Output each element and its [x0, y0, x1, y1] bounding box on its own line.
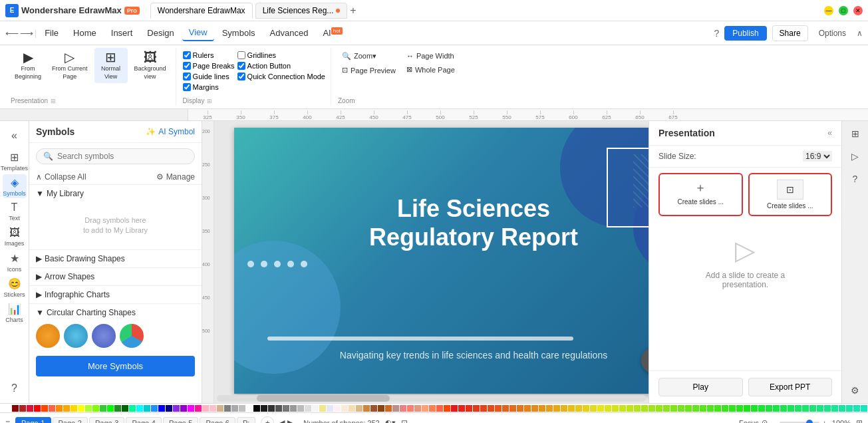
- add-page-button[interactable]: +: [261, 416, 274, 424]
- color-swatch-19[interactable]: [151, 405, 158, 412]
- color-swatch-30[interactable]: [231, 405, 238, 412]
- color-swatch-21[interactable]: [166, 405, 172, 412]
- color-swatch-59[interactable]: [444, 405, 450, 412]
- color-swatch-18[interactable]: [144, 405, 150, 412]
- text-button[interactable]: T Text: [3, 200, 27, 223]
- color-swatch-82[interactable]: [612, 405, 619, 412]
- color-swatch-107[interactable]: [795, 405, 801, 412]
- arrow-shapes-header[interactable]: ▶ Arrow Shapes: [29, 268, 202, 285]
- color-swatch-63[interactable]: [473, 405, 480, 412]
- page-preview-button[interactable]: ⊡ Page Preview: [338, 65, 400, 76]
- color-swatch-47[interactable]: [356, 405, 362, 412]
- search-input[interactable]: [57, 152, 188, 161]
- color-swatch-25[interactable]: [195, 405, 202, 412]
- color-swatch-38[interactable]: [290, 405, 297, 412]
- color-swatch-50[interactable]: [378, 405, 384, 412]
- color-swatch-106[interactable]: [788, 405, 794, 412]
- stickers-button[interactable]: 😊 Stickers: [3, 275, 27, 299]
- undo-button[interactable]: ⟵: [5, 28, 19, 39]
- color-swatch-36[interactable]: [275, 405, 282, 412]
- slideshow-icon-button[interactable]: ⊞: [845, 124, 865, 144]
- page-prev-button[interactable]: ◀: [279, 418, 285, 423]
- page-menu-icon[interactable]: ≡: [5, 418, 10, 424]
- quick-connection-input[interactable]: [237, 72, 245, 80]
- color-swatch-103[interactable]: [766, 405, 772, 412]
- slide-canvas[interactable]: Life Sciences Regulatory Report Navigati…: [234, 128, 649, 394]
- gridlines-checkbox[interactable]: Gridlines: [237, 51, 325, 60]
- expand-icon[interactable]: ∧: [857, 29, 863, 38]
- settings-icon-button[interactable]: ⚙: [845, 380, 865, 400]
- color-swatch-6[interactable]: [56, 405, 63, 412]
- color-swatch-68[interactable]: [509, 405, 516, 412]
- collapse-sidebar-button[interactable]: «: [3, 124, 27, 148]
- color-swatch-80[interactable]: [597, 405, 604, 412]
- color-swatch-45[interactable]: [341, 405, 348, 412]
- color-swatch-72[interactable]: [539, 405, 545, 412]
- color-swatch-90[interactable]: [670, 405, 677, 412]
- color-swatch-104[interactable]: [773, 405, 780, 412]
- color-swatch-105[interactable]: [780, 405, 787, 412]
- color-swatch-78[interactable]: [583, 405, 589, 412]
- color-swatch-88[interactable]: [656, 405, 662, 412]
- page-tab-p[interactable]: P:: [237, 417, 255, 424]
- color-swatch-60[interactable]: [451, 405, 458, 412]
- export-ppt-button[interactable]: Export PPT: [748, 378, 833, 396]
- gridlines-input[interactable]: [237, 51, 245, 59]
- color-swatch-110[interactable]: [817, 405, 823, 412]
- question-icon-button[interactable]: ?: [845, 169, 865, 189]
- color-swatch-100[interactable]: [744, 405, 750, 412]
- page-tab-1[interactable]: Page-1: [15, 417, 51, 424]
- margins-checkbox[interactable]: Margins: [183, 82, 235, 92]
- help-icon[interactable]: ?: [714, 28, 719, 39]
- menu-view[interactable]: View: [182, 25, 214, 41]
- menu-design[interactable]: Design: [140, 25, 180, 41]
- color-swatch-29[interactable]: [224, 405, 231, 412]
- presentation-expand[interactable]: ⊞: [51, 98, 56, 104]
- scrollbar-thumb[interactable]: [257, 395, 390, 402]
- from-beginning-button[interactable]: ▶ FromBeginning: [11, 48, 45, 83]
- color-swatch-3[interactable]: [34, 405, 41, 412]
- create-slides-button-1[interactable]: ＋ Create slides ...: [658, 173, 743, 216]
- color-swatch-91[interactable]: [678, 405, 684, 412]
- color-swatch-11[interactable]: [92, 405, 99, 412]
- whole-page-button[interactable]: ⊠ Whole Page: [402, 64, 459, 75]
- color-swatch-48[interactable]: [363, 405, 370, 412]
- color-swatch-40[interactable]: [305, 405, 311, 412]
- color-swatch-99[interactable]: [736, 405, 743, 412]
- guide-lines-input[interactable]: [183, 72, 191, 80]
- more-symbols-button[interactable]: More Symbols: [36, 356, 195, 376]
- infographic-charts-header[interactable]: ▶ Infographic Charts: [29, 286, 202, 303]
- color-swatch-98[interactable]: [729, 405, 736, 412]
- menu-file[interactable]: File: [38, 25, 65, 41]
- guide-lines-checkbox[interactable]: Guide lines: [183, 72, 235, 81]
- color-swatch-56[interactable]: [422, 405, 428, 412]
- color-swatch-9[interactable]: [78, 405, 84, 412]
- margins-input[interactable]: [183, 83, 191, 91]
- color-swatch-97[interactable]: [722, 405, 728, 412]
- color-swatch-22[interactable]: [173, 405, 180, 412]
- my-library-header[interactable]: ▼ My Library: [29, 185, 202, 202]
- color-swatch-24[interactable]: [188, 405, 194, 412]
- menu-insert[interactable]: Insert: [104, 25, 140, 41]
- color-swatch-58[interactable]: [436, 405, 443, 412]
- color-swatch-74[interactable]: [553, 405, 560, 412]
- zoom-out-button[interactable]: −: [773, 419, 777, 424]
- circular-shape-2[interactable]: [64, 324, 88, 348]
- search-box[interactable]: 🔍: [36, 148, 195, 164]
- color-swatch-2[interactable]: [27, 405, 33, 412]
- color-swatch-1[interactable]: [19, 405, 26, 412]
- color-swatch-93[interactable]: [692, 405, 699, 412]
- color-swatch-4[interactable]: [41, 405, 48, 412]
- close-button[interactable]: ✕: [853, 6, 863, 15]
- collapse-all-button[interactable]: ∧ Collapse All: [36, 172, 86, 182]
- options-button[interactable]: Options: [813, 26, 851, 41]
- color-swatch-94[interactable]: [700, 405, 706, 412]
- color-swatch-31[interactable]: [239, 405, 245, 412]
- color-swatch-64[interactable]: [480, 405, 487, 412]
- color-swatch-5[interactable]: [49, 405, 55, 412]
- color-swatch-85[interactable]: [634, 405, 641, 412]
- app-tab[interactable]: Wondershare EdrawMax: [150, 3, 253, 19]
- color-swatch-62[interactable]: [466, 405, 472, 412]
- circular-shape-1[interactable]: [36, 324, 60, 348]
- color-swatch-111[interactable]: [824, 405, 831, 412]
